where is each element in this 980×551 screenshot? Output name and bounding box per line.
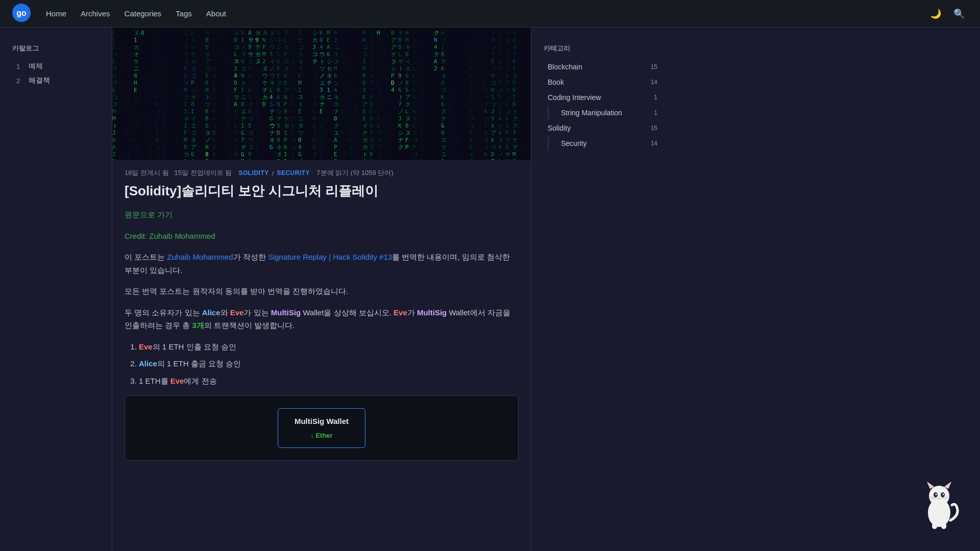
category-coding-interview[interactable]: Coding Interview 1	[544, 90, 662, 105]
svg-point-11	[943, 494, 944, 495]
right-sidebar: 카테고리 Blockchain 15 Book 14 Coding Interv…	[531, 28, 674, 551]
hero-image	[112, 28, 531, 160]
wallet-box: MultiSig Wallet ↓ Ether	[278, 408, 365, 448]
right-sidebar-title: 카테고리	[544, 44, 662, 53]
category-string-manipulation[interactable]: String Manipulation 1	[548, 105, 662, 120]
wallet-box-title: MultiSig Wallet	[295, 417, 349, 425]
multisig-highlight-2: MultiSig	[417, 308, 447, 317]
svg-rect-17	[932, 523, 937, 529]
svg-point-3	[929, 486, 949, 506]
hack-link[interactable]: Signature Replay | Hack Solidity #13	[268, 253, 392, 261]
left-sidebar-title: 카탈로그	[12, 44, 100, 53]
sidebar-item-2[interactable]: 2 해결책	[12, 73, 100, 88]
count-highlight: 3개	[192, 321, 204, 330]
svg-rect-18	[941, 523, 946, 529]
category-blockchain[interactable]: Blockchain 15	[544, 59, 662, 74]
navbar: go Home Archives Categories Tags About 🌙…	[0, 0, 980, 28]
sidebar-item-1[interactable]: 1 예제	[12, 59, 100, 73]
post-meta: 16일 전게시 됨 15일 전업데이트 됨 SOLIDITY / SECURIT…	[112, 160, 531, 182]
nav-links: Home Archives Categories Tags About	[41, 6, 927, 21]
credit-link[interactable]: Credit: Zuhaib Mohammed	[125, 232, 215, 240]
category-solidity[interactable]: Solidity 16	[544, 120, 662, 136]
step-1: Eve의 1 ETH 인출 요청 승인	[139, 340, 519, 354]
left-sidebar: 카탈로그 1 예제 2 해결책	[0, 28, 112, 551]
theme-toggle-button[interactable]: 🌙	[927, 5, 944, 22]
tag-solidity[interactable]: SOLIDITY	[238, 169, 268, 177]
cat-mascot	[919, 480, 960, 531]
author-link[interactable]: Zuhaib Mohammed	[167, 253, 233, 261]
nav-actions: 🌙 🔍	[927, 5, 968, 22]
nav-logo[interactable]: go	[12, 4, 31, 23]
nav-archives[interactable]: Archives	[76, 6, 115, 21]
nav-home[interactable]: Home	[41, 6, 71, 21]
category-security[interactable]: Security 14	[548, 136, 662, 151]
page-layout: 카탈로그 1 예제 2 해결책 16일 전게시 됨 15일 전업데이트 됨 SO…	[0, 28, 980, 551]
multisig-highlight-1: MultiSig	[271, 308, 301, 317]
nav-about[interactable]: About	[201, 6, 231, 21]
step-2: Alice의 1 ETH 출금 요청 승인	[139, 357, 519, 370]
search-button[interactable]: 🔍	[950, 5, 968, 22]
main-content: 16일 전게시 됨 15일 전업데이트 됨 SOLIDITY / SECURIT…	[112, 28, 531, 551]
steps-list: Eve의 1 ETH 인출 요청 승인 Alice의 1 ETH 출금 요청 승…	[125, 340, 519, 388]
sidebar-num-2: 2	[16, 77, 24, 85]
svg-text:go: go	[16, 9, 27, 17]
category-book[interactable]: Book 14	[544, 74, 662, 90]
svg-point-10	[936, 494, 937, 495]
step-3: 1 ETH를 Eve에게 전송	[139, 374, 519, 388]
nav-categories[interactable]: Categories	[119, 6, 167, 21]
post-read-info: 7분에 읽기 (약 1059 단어)	[313, 168, 394, 178]
post-title: [Solidity]솔리디티 보안 시그니처 리플레이	[112, 182, 531, 208]
ether-row: ↓ Ether	[295, 432, 349, 439]
nav-tags[interactable]: Tags	[170, 6, 197, 21]
wallet-diagram: MultiSig Wallet ↓ Ether	[125, 395, 519, 461]
post-body: 원문으로 가기 Credit: Zuhaib Mohammed 이 포스트는 Z…	[112, 208, 531, 461]
post-date-info: 16일 전게시 됨 15일 전업데이트 됨	[125, 168, 235, 178]
alice-highlight: Alice	[202, 308, 220, 317]
sidebar-num-1: 1	[16, 63, 24, 70]
eve-highlight-2: Eve	[394, 308, 407, 317]
sidebar-label-1: 예제	[29, 62, 43, 71]
eve-highlight-1: Eve	[230, 308, 244, 317]
intro-paragraph-2: 모든 번역 포스트는 원작자의 동의를 받아 번역을 진행하였습니다.	[125, 285, 519, 298]
go-link[interactable]: 원문으로 가기	[125, 210, 173, 219]
intro-paragraph-1: 이 포스트는 Zuhaib Mohammed가 작성한 Signature Re…	[125, 251, 519, 277]
sidebar-label-2: 해결책	[29, 76, 50, 85]
tag-security[interactable]: SECURITY	[277, 169, 310, 177]
body-paragraph-1: 두 명의 소유자가 있는 Alice와 Eve가 있는 MultiSig Wal…	[125, 306, 519, 332]
